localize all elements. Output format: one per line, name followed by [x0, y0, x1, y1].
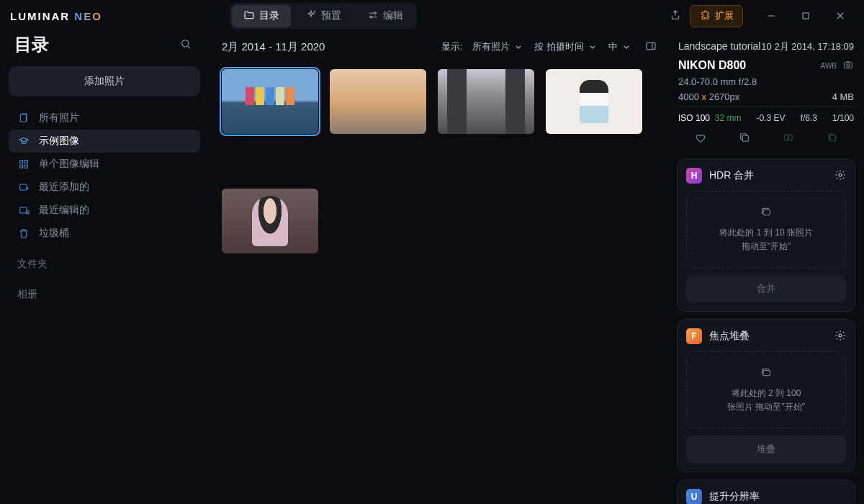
svg-rect-11 — [20, 207, 27, 213]
hdr-merge-button[interactable]: 合并 — [686, 275, 846, 302]
svg-point-22 — [839, 334, 842, 337]
nav-all-photos[interactable]: 所有照片 — [9, 107, 200, 130]
upscale-panel: U 提升分辨率 — [677, 480, 855, 504]
panel-toggle-icon[interactable] — [642, 37, 660, 57]
svg-point-20 — [839, 174, 842, 176]
shutter: 1/100 — [832, 113, 854, 123]
svg-rect-8 — [20, 165, 23, 168]
sparkle-icon — [305, 9, 317, 23]
svg-point-15 — [847, 64, 850, 67]
sidebar-title: 目录 — [14, 33, 49, 56]
dimensions: 4000 x 2670px — [678, 91, 739, 102]
svg-rect-23 — [763, 370, 770, 375]
trash-icon — [17, 228, 30, 239]
svg-rect-17 — [784, 135, 788, 140]
sliders-icon — [367, 9, 379, 23]
images-icon — [694, 206, 838, 221]
white-balance: AWB — [821, 62, 837, 70]
maximize-button[interactable] — [789, 5, 822, 27]
puzzle-icon — [699, 9, 711, 23]
svg-point-0 — [314, 11, 315, 12]
show-filter-dropdown[interactable]: 所有照片 — [472, 40, 524, 53]
thumbnail-2[interactable] — [330, 69, 426, 134]
camera-model: NIKON D800 — [678, 59, 746, 72]
svg-rect-9 — [24, 165, 27, 168]
folder-icon — [243, 9, 255, 23]
svg-point-2 — [370, 16, 372, 18]
date-range[interactable]: 2月 2014 - 11月 2020 — [222, 40, 325, 54]
thumbnail-5[interactable] — [222, 189, 318, 253]
svg-rect-19 — [829, 135, 835, 141]
tab-edit[interactable]: 编辑 — [356, 5, 415, 27]
exposure-value: -0.3 EV — [756, 113, 785, 123]
photos-icon — [17, 112, 30, 124]
focal-length: 32 mm — [715, 113, 742, 123]
focus-drop-zone[interactable]: 将此处的 2 到 100 张照片 拖动至"开始" — [686, 351, 846, 428]
show-label: 显示: — [441, 40, 463, 53]
svg-rect-16 — [742, 135, 748, 141]
images-icon — [694, 366, 838, 382]
nav-trash[interactable]: 垃圾桶 — [9, 222, 200, 245]
main-tabs: 目录 预置 编辑 — [230, 3, 417, 30]
focus-stack-button[interactable]: 堆叠 — [686, 436, 846, 463]
favorite-icon[interactable] — [695, 132, 706, 145]
filename: Landscape tutorial — [678, 40, 760, 52]
search-icon[interactable] — [177, 35, 194, 55]
nav-sample-images[interactable]: 示例图像 — [9, 130, 200, 153]
close-button[interactable] — [824, 5, 857, 27]
size-dropdown[interactable]: 中 — [608, 40, 632, 53]
lens-info: 24.0-70.0 mm f/2.8 — [678, 76, 854, 87]
svg-rect-7 — [24, 161, 27, 163]
svg-rect-3 — [803, 13, 809, 19]
hdr-drop-zone[interactable]: 将此处的 1 到 10 张照片 拖动至"开始" — [686, 191, 846, 268]
folders-header[interactable]: 文件夹 — [9, 245, 200, 275]
extensions-button[interactable]: 扩展 — [690, 5, 743, 27]
copy-icon[interactable] — [739, 132, 750, 145]
upscale-icon: U — [686, 489, 702, 504]
titlebar: LUMINAR NEO 目录 预置 编辑 扩展 — [0, 0, 864, 32]
share-icon[interactable] — [667, 6, 684, 26]
graduation-icon — [17, 135, 30, 147]
svg-rect-18 — [788, 135, 792, 140]
focus-icon: F — [686, 328, 702, 344]
tab-presets[interactable]: 预置 — [294, 5, 353, 27]
svg-rect-14 — [845, 63, 852, 68]
nav-recently-added[interactable]: 最近添加的 — [9, 176, 200, 199]
right-panel: Landscape tutorial 10 2月 2014, 17:18:09 … — [668, 32, 864, 504]
hdr-merge-panel: H HDR 合并 将此处的 1 到 10 张照片 拖动至"开始" 合并 — [677, 158, 855, 312]
sidebar: 目录 添加照片 所有照片 示例图像 单个图像编辑 最近添加的 最近编辑的 垃圾桶… — [0, 32, 209, 504]
svg-rect-5 — [20, 114, 26, 122]
compare-icon[interactable] — [783, 132, 794, 145]
content-toolbar: 2月 2014 - 11月 2020 显示: 所有照片 按 拍摄时间 中 — [217, 32, 660, 62]
svg-rect-13 — [647, 42, 655, 49]
edit-clock-icon — [17, 204, 30, 216]
svg-rect-21 — [763, 210, 770, 215]
iso: ISO 100 — [678, 113, 710, 123]
gear-icon[interactable] — [834, 330, 846, 343]
focus-stack-panel: F 焦点堆叠 将此处的 2 到 100 张照片 拖动至"开始" 堆叠 — [677, 319, 855, 472]
filesize: 4 MB — [832, 91, 854, 102]
thumbnail-1[interactable] — [222, 69, 318, 134]
minimize-button[interactable] — [755, 5, 788, 27]
thumbnail-4[interactable] — [546, 69, 642, 134]
nav-recently-edited[interactable]: 最近编辑的 — [9, 199, 200, 222]
sort-dropdown[interactable]: 按 拍摄时间 — [534, 40, 598, 53]
albums-header[interactable]: 相册 — [9, 275, 200, 305]
gear-icon[interactable] — [834, 169, 846, 183]
svg-point-4 — [182, 40, 189, 46]
app-logo: LUMINAR NEO — [10, 10, 102, 22]
camera-icon — [842, 59, 854, 72]
tab-catalog[interactable]: 目录 — [232, 5, 291, 27]
nav-single-edit[interactable]: 单个图像编辑 — [9, 153, 200, 176]
svg-rect-6 — [20, 161, 23, 163]
datetime: 10 2月 2014, 17:18:09 — [761, 40, 854, 53]
photo-grid — [217, 62, 660, 261]
metadata-card: Landscape tutorial 10 2月 2014, 17:18:09 … — [677, 37, 855, 151]
grid-icon — [17, 158, 30, 170]
svg-rect-10 — [20, 184, 27, 190]
aperture: f/6.3 — [801, 113, 817, 123]
stack-icon[interactable] — [827, 132, 838, 145]
add-photos-button[interactable]: 添加照片 — [9, 66, 200, 96]
thumbnail-3[interactable] — [438, 69, 534, 134]
clock-add-icon — [17, 181, 30, 193]
